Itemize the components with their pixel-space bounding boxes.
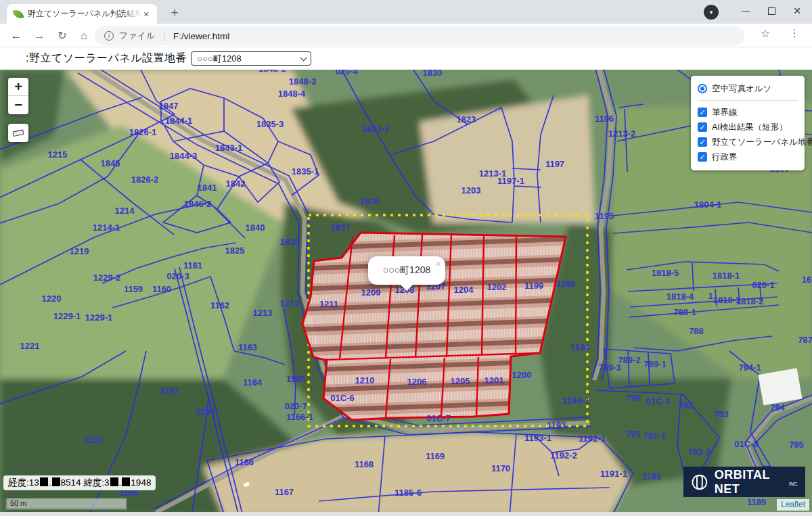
parcel-label: 1201 — [484, 375, 504, 385]
parcel-label: 1844-3 — [170, 151, 197, 161]
reload-button[interactable]: ↻ — [53, 26, 72, 45]
leaf-favicon-icon — [12, 8, 24, 20]
measure-tool-button[interactable] — [8, 124, 28, 142]
parcel-label: 793 — [714, 409, 729, 419]
maximize-icon — [768, 7, 775, 15]
parcel-label: 020-3 — [166, 271, 189, 281]
logo-suffix: INC. — [789, 482, 798, 486]
coordinate-text: 8514 緯度:3 — [61, 477, 110, 488]
bookmark-star-icon[interactable]: ☆ — [761, 27, 770, 40]
zoom-control: + − — [8, 78, 28, 114]
overlay-toggle-2[interactable]: 野立てソーラーパネル地番 — [698, 135, 798, 149]
parcel-label: 1161 — [183, 260, 202, 271]
parcel-label: 1213 — [253, 308, 273, 318]
popup-close-icon[interactable]: × — [435, 258, 441, 269]
leaflet-attribution[interactable]: Leaflet — [777, 499, 809, 511]
new-tab-button[interactable]: + — [166, 5, 183, 22]
url-text: F:/viewer.html — [173, 31, 229, 41]
parcel-label: 787 — [798, 335, 812, 345]
parcel-label: 01C-7 — [426, 413, 450, 423]
parcel-label: 1229-1 — [53, 311, 81, 321]
parcel-label: 1214 — [115, 206, 135, 216]
parcel-label: 1818-5 — [652, 268, 679, 278]
parcel-label: 1 — [708, 291, 713, 301]
parcel-label: 1841 — [198, 183, 217, 193]
url-divider: ｜ — [160, 30, 168, 42]
parcel-label: 1221 — [20, 341, 40, 351]
browser-menu-icon[interactable]: ⋮ — [786, 27, 803, 39]
parcel-select-value: ○○○町1208 — [197, 53, 241, 65]
redacted-digit — [122, 477, 130, 486]
coordinate-text: . — [49, 477, 51, 488]
overlay-label: 野立てソーラーパネル地番 — [712, 137, 812, 148]
parcel-label: 1205 — [451, 376, 470, 386]
map-popup: ○○○町1208 × — [368, 256, 445, 285]
parcel-label: 794 — [770, 402, 785, 413]
ruler-icon — [12, 128, 24, 137]
parcel-label: 1836 — [360, 196, 380, 206]
parcel-label: 1193-1 — [524, 433, 551, 443]
coordinate-text: . — [119, 477, 122, 488]
overlay-toggle-1[interactable]: AI検出結果（短形） — [698, 120, 798, 135]
parcel-label: 1826-2 — [131, 174, 158, 185]
zoom-in-button[interactable]: + — [8, 78, 28, 96]
popup-tail — [400, 284, 413, 291]
parcel-label: 1164 — [243, 377, 263, 388]
parcel-label: 1835-3 — [256, 119, 284, 129]
parcel-label: 1159 — [124, 284, 143, 294]
parcel-label: 792 — [678, 400, 693, 411]
parcel-label: 1170 — [491, 463, 510, 473]
info-icon[interactable]: i — [104, 31, 114, 41]
parcel-label: 1155 — [84, 435, 103, 445]
coordinate-readout: 経度:13.8514 緯度:3.1948 — [3, 475, 156, 490]
parcel-label: 1842 — [226, 179, 246, 189]
parcel-label: 1162 — [210, 300, 229, 310]
coordinate-text: 1948 — [131, 477, 151, 488]
home-button[interactable]: ⌂ — [74, 26, 93, 45]
parcel-label: 789-3 — [598, 362, 621, 373]
parcel-label: 1165 — [286, 374, 305, 384]
attribution-link[interactable]: Leaflet — [781, 500, 805, 509]
window-close-button[interactable]: ✕ — [782, 0, 812, 22]
radio-selected-icon — [698, 84, 707, 93]
back-button[interactable]: ← — [7, 26, 26, 45]
browser-tab[interactable]: 野立てソーラーパネル判読結果（地 ✕ — [7, 4, 157, 24]
forward-button[interactable]: → — [30, 26, 49, 45]
parcel-select[interactable]: ○○○町1208 — [191, 51, 311, 66]
scale-label: 50 m — [10, 499, 26, 507]
parcel-label: 1195 — [595, 211, 614, 221]
parcel-label: 1846-2 — [184, 199, 211, 209]
parcel-label: 789-2 — [618, 355, 640, 365]
parcel-label: 1833-1 — [362, 124, 389, 134]
overlay-label: AI検出結果（短形） — [712, 122, 788, 133]
parcel-label: 1167 — [275, 487, 294, 497]
parcel-label: 1192-2 — [550, 450, 577, 461]
map-canvas[interactable]: 1848-1020-418301848-31848-418471844-1183… — [0, 70, 812, 516]
parcel-label: 1200 — [512, 370, 532, 380]
parcel-label: 794-1 — [738, 362, 761, 373]
layers-control: 空中写真オルソ 筆界線AI検出結果（短形）野立てソーラーパネル地番行政界 — [691, 76, 805, 170]
parcel-label: 790 — [626, 393, 641, 403]
overlay-toggle-0[interactable]: 筆界線 — [698, 105, 798, 120]
coordinate-text: 経度:13 — [8, 477, 39, 488]
parcel-label: 1848-4 — [278, 89, 306, 99]
base-layer-option[interactable]: 空中写真オルソ — [698, 81, 798, 96]
parcel-label: 1169 — [426, 451, 445, 461]
parcel-label: 1847 — [159, 101, 179, 111]
parcel-label: 1215 — [48, 149, 68, 160]
parcel-label: 1196 — [595, 114, 614, 124]
parcel-label: 1189 — [747, 497, 766, 507]
address-bar[interactable]: i ファイル ｜ F:/viewer.html — [95, 26, 744, 45]
tab-close-icon[interactable]: ✕ — [141, 9, 152, 20]
parcel-label: 1845 — [101, 158, 120, 168]
zoom-out-button[interactable]: − — [8, 96, 28, 114]
redacted-digit — [52, 477, 60, 486]
parcel-label: 788 — [689, 326, 704, 336]
parcel-label: 1197-1 — [497, 176, 524, 186]
parcel-label: 1194 — [570, 342, 590, 352]
parcel-label: 1191 — [642, 471, 661, 482]
parcel-label: 1197 — [545, 159, 564, 169]
parcel-label: 1825 — [225, 245, 245, 256]
profile-button[interactable]: ▾ — [704, 5, 719, 20]
overlay-toggle-3[interactable]: 行政界 — [698, 149, 798, 164]
